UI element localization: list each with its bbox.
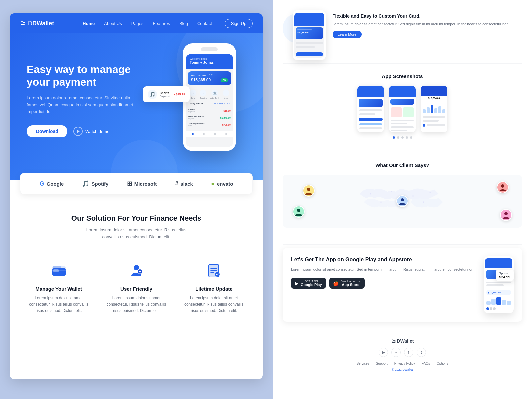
slack-label: slack bbox=[180, 181, 193, 187]
footer: 🗂 DWallet ▶ ▪ f t Services Support Priva… bbox=[283, 332, 522, 378]
dot-1[interactable] bbox=[393, 136, 395, 139]
ss3-row3 bbox=[427, 124, 445, 126]
ss1-btn bbox=[359, 118, 383, 121]
nav-pages[interactable]: Pages bbox=[131, 21, 144, 26]
update-svg-icon bbox=[205, 262, 222, 279]
nav-home[interactable]: Home bbox=[83, 21, 95, 26]
feature-user: User Friendly Lorem ipsum dolor sit amet… bbox=[101, 257, 172, 318]
footer-services[interactable]: Services bbox=[356, 362, 369, 365]
action-addbank: 🏦 Add Bank bbox=[210, 90, 219, 99]
footer-options[interactable]: Options bbox=[437, 362, 448, 365]
envato-icon: ● bbox=[211, 180, 215, 187]
feature-update-desc: Lorem ipsum dolor sit amet consectetur. … bbox=[182, 295, 246, 314]
ss1-row4 bbox=[359, 127, 382, 129]
phone-welcome: Welcome back bbox=[190, 57, 229, 60]
action-send: → Send bbox=[190, 90, 196, 99]
solution-section: Our Solution For Your Finance Needs Lore… bbox=[10, 194, 263, 334]
ss3-bar2 bbox=[427, 107, 430, 113]
ap-rows bbox=[485, 280, 512, 288]
social-facebook[interactable]: f bbox=[404, 348, 413, 357]
ap-row2 bbox=[486, 284, 504, 286]
nav-dot-2 bbox=[203, 133, 205, 135]
divider-3 bbox=[283, 244, 522, 245]
signup-button[interactable]: Sign Up bbox=[225, 19, 253, 28]
divider-1 bbox=[283, 63, 522, 64]
footer-privacy[interactable]: Privacy Policy bbox=[394, 362, 415, 365]
ss1-row2 bbox=[359, 113, 375, 115]
download-button[interactable]: Download bbox=[27, 125, 67, 137]
row-1 bbox=[296, 42, 323, 44]
footer-logo: 🗂 DWallet bbox=[283, 338, 522, 344]
google-play-button[interactable]: ▶ GET IT ON Google Play bbox=[291, 278, 326, 289]
dot-3[interactable] bbox=[401, 136, 404, 139]
app-store-button[interactable]: 🍎 Download on the App Store bbox=[329, 278, 365, 289]
wallet-svg-icon bbox=[51, 262, 67, 279]
nav-features[interactable]: Features bbox=[153, 21, 170, 26]
watch-demo-button[interactable]: Watch demo bbox=[73, 127, 110, 136]
nav-links: Home About Us Pages Features Blog Contac… bbox=[83, 19, 253, 28]
feature-wallet-desc: Lorem ipsum dolor sit amet consectetur. … bbox=[27, 295, 91, 314]
tx-sports-sub: Payment bbox=[188, 111, 195, 113]
nav-contact[interactable]: Contact bbox=[197, 21, 212, 26]
dot-4[interactable] bbox=[406, 136, 408, 139]
brand-slack: # slack bbox=[175, 181, 193, 187]
avatar-svg-5 bbox=[501, 210, 511, 220]
ap-bar5 bbox=[507, 301, 511, 305]
nav-blog[interactable]: Blog bbox=[179, 21, 188, 26]
ss2-row3 bbox=[391, 126, 414, 128]
dot-5[interactable] bbox=[410, 136, 412, 139]
brands-bar: G Google 🎵 Spotify ⊞ Microsoft # slack ●… bbox=[20, 173, 253, 194]
learn-more-button[interactable]: Learn More bbox=[332, 31, 362, 38]
spotify-label: Spotify bbox=[92, 181, 109, 187]
world-map-container bbox=[283, 175, 522, 228]
screenshot-3: $15,254.00 bbox=[421, 86, 447, 132]
social-twitter2[interactable]: t bbox=[417, 348, 426, 357]
flex-card-desc: Lorem ipsum dolor sit amet consectetur. … bbox=[332, 21, 510, 27]
google-play-icon: ▶ bbox=[295, 281, 299, 286]
ss2-row2 bbox=[391, 123, 407, 124]
ss2-tag1 bbox=[391, 107, 402, 117]
feature-wallet: Manage Your Wallet Lorem ipsum dolor sit… bbox=[23, 257, 94, 318]
action-receive: ↓ Receive bbox=[200, 90, 207, 99]
footer-logo-text: DWallet bbox=[397, 338, 414, 344]
google-label: Google bbox=[47, 181, 64, 187]
ss1-row1 bbox=[359, 109, 382, 111]
tx-item-sports: Sports Payment - $15.99 bbox=[188, 107, 231, 114]
download-on-label: Download on the bbox=[341, 280, 361, 283]
badge-label: Sports bbox=[499, 272, 510, 275]
floating-icon: 🎵 bbox=[148, 90, 157, 99]
get-it-on-label: GET IT ON bbox=[301, 280, 322, 283]
phone-screen: Welcome back Tommy Jonas •••• •••• •••• … bbox=[186, 54, 233, 147]
send-icon: → bbox=[190, 90, 196, 96]
floating-card-info: Sports Payment bbox=[160, 91, 170, 98]
browser-window: 🗂 DDWallet Home About Us Pages Features … bbox=[10, 13, 263, 379]
microsoft-icon: ⊞ bbox=[127, 180, 132, 187]
right-panel: $15,365.00 Flexible and Easy to Custom Y… bbox=[273, 0, 532, 399]
tx-boa-sub: Deposit bbox=[188, 118, 204, 120]
phone-balance: $15,365.00 bbox=[191, 78, 211, 82]
ss3-bar4 bbox=[434, 108, 437, 113]
play-triangle bbox=[77, 130, 80, 133]
app-store-label: App Store bbox=[341, 283, 361, 287]
action-send-label: Send bbox=[190, 97, 196, 99]
social-twitter[interactable]: ▪ bbox=[391, 348, 401, 357]
svg-point-26 bbox=[297, 209, 300, 212]
ap-footer bbox=[485, 306, 512, 311]
action-more-label: More bbox=[223, 97, 229, 99]
nav-logo: 🗂 DDWallet bbox=[20, 20, 54, 27]
ss2-card bbox=[390, 99, 414, 105]
footer-support[interactable]: Support bbox=[376, 362, 388, 365]
svg-rect-3 bbox=[53, 266, 61, 268]
client-avatar-3 bbox=[293, 206, 305, 218]
phone-card-num: •••• •••• •••• 1121 bbox=[191, 74, 228, 76]
badge-amount: $24.99 bbox=[499, 275, 510, 279]
dot-2[interactable] bbox=[397, 136, 399, 139]
nav-about[interactable]: About Us bbox=[104, 21, 122, 26]
footer-faqs[interactable]: FAQs bbox=[422, 362, 430, 365]
action-addbank-label: Add Bank bbox=[210, 97, 219, 99]
user-svg-icon bbox=[128, 262, 145, 279]
small-phone-card: $15,365.00 bbox=[293, 10, 326, 60]
social-youtube[interactable]: ▶ bbox=[379, 348, 388, 357]
appstore-section: Let's Get The App on Google Play and App… bbox=[283, 248, 522, 322]
small-phone-btn bbox=[296, 52, 323, 56]
